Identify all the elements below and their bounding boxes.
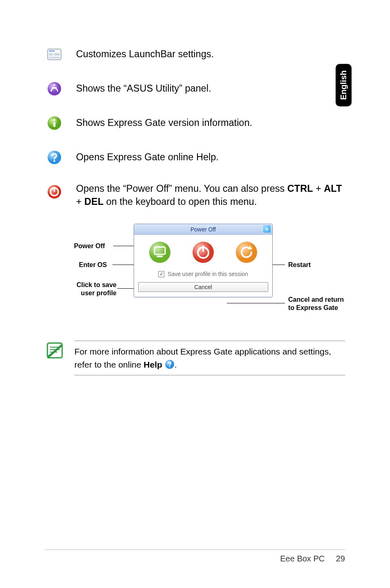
callout-click-save-l1: Click to save — [76, 281, 117, 288]
launchbar-settings-icon — [45, 45, 64, 64]
plus: + — [76, 196, 84, 207]
feature-row: Opens Express Gate online Help. — [45, 148, 345, 167]
key-alt: ALT — [324, 183, 342, 194]
power-off-button[interactable] — [191, 240, 215, 264]
svg-rect-4 — [49, 57, 60, 58]
callout-restart: Restart — [288, 261, 311, 269]
callout-click-save-l2: user profile — [81, 290, 117, 296]
note-box: For more information about Express Gate … — [45, 341, 345, 375]
svg-rect-13 — [54, 187, 55, 192]
note-pre: For more information about Express Gate … — [74, 347, 331, 369]
note-post: . — [175, 360, 177, 369]
feature-row: Shows Express Gate version information. — [45, 114, 345, 132]
svg-point-26 — [169, 366, 170, 368]
cancel-button[interactable]: Cancel — [138, 282, 268, 292]
dialog-titlebar: Power Off × — [134, 224, 272, 235]
note-text: For more information about Express Gate … — [74, 341, 345, 375]
callout-cancel-l1: Cancel and return — [288, 296, 344, 303]
footer-page-number: 29 — [336, 554, 345, 563]
callout-power-off: Power Off — [74, 242, 105, 250]
svg-rect-1 — [49, 50, 55, 52]
key-ctrl: CTRL — [287, 183, 313, 194]
page-footer: Eee Box PC 29 — [45, 550, 345, 563]
callout-cancel-l2: to Express Gate — [288, 304, 338, 311]
svg-point-7 — [53, 119, 55, 121]
svg-point-20 — [236, 242, 257, 263]
plus: + — [313, 183, 324, 194]
footer-title: Eee Box PC — [280, 554, 325, 563]
help-icon — [45, 148, 64, 167]
svg-rect-16 — [157, 256, 163, 257]
svg-rect-19 — [202, 245, 204, 252]
poweroff-dialog-figure: Power Off Enter OS Click to save user pr… — [64, 224, 326, 318]
save-profile-label: Save user profile in this session — [168, 271, 248, 277]
callout-enter-os: Enter OS — [79, 261, 107, 269]
poweroff-dialog: Power Off × — [134, 224, 273, 297]
svg-point-14 — [149, 242, 170, 263]
feature-row: Opens the “Power Off” menu. You can also… — [45, 182, 345, 208]
restart-button[interactable] — [235, 240, 258, 264]
info-icon — [45, 114, 64, 132]
feature-text: Opens Express Gate online Help. — [76, 151, 219, 164]
feature-row: Customizes LaunchBar settings. — [45, 45, 345, 64]
svg-point-17 — [193, 242, 214, 263]
enter-os-button[interactable] — [148, 240, 172, 264]
svg-point-5 — [47, 82, 61, 95]
key-del: DEL — [84, 196, 103, 207]
feature-text: Shows the “ASUS Utility” panel. — [76, 82, 211, 95]
help-icon — [165, 359, 175, 369]
close-icon[interactable]: × — [263, 225, 271, 233]
note-icon — [45, 341, 65, 360]
svg-rect-8 — [53, 122, 55, 127]
feature-text: Shows Express Gate version information. — [76, 117, 252, 130]
svg-rect-2 — [49, 53, 53, 55]
svg-rect-3 — [54, 53, 60, 55]
svg-point-10 — [54, 160, 55, 162]
dialog-title: Power Off — [191, 226, 216, 233]
asus-utility-icon — [45, 79, 64, 98]
text-part: Opens the “Power Off” menu. You can also… — [76, 183, 287, 194]
feature-text: Opens the “Power Off” menu. You can also… — [76, 182, 345, 208]
note-help-word: Help — [143, 360, 162, 369]
save-profile-checkbox[interactable]: ✓ — [158, 271, 164, 277]
feature-row: Shows the “ASUS Utility” panel. — [45, 79, 345, 98]
power-icon — [45, 182, 64, 201]
language-tab: English — [336, 64, 352, 106]
feature-text: Customizes LaunchBar settings. — [76, 48, 214, 61]
text-part: on the keyboard to open this menu. — [103, 196, 257, 207]
